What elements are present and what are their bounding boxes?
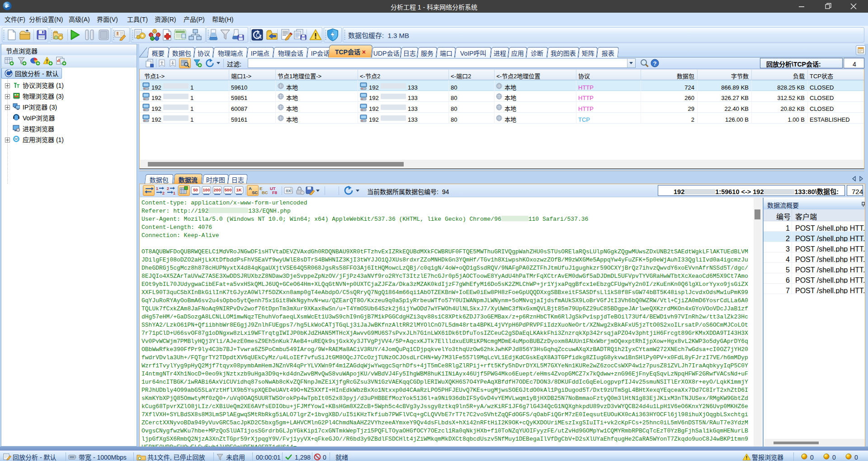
svg-text:BC: BC [262, 190, 268, 195]
svg-text:1K: 1K [236, 187, 241, 192]
svg-text:1: 1 [173, 191, 175, 195]
svg-text:F8: F8 [272, 190, 277, 195]
svg-text:0X: 0X [286, 188, 291, 193]
svg-text:A: A [249, 186, 252, 191]
svg-text:2: 2 [167, 186, 169, 191]
svg-text:200: 200 [214, 187, 221, 192]
svg-text:?: ? [653, 60, 657, 67]
svg-text:1: 1 [156, 186, 158, 191]
svg-text:2: 2 [162, 191, 165, 195]
svg-text:50: 50 [193, 187, 198, 192]
svg-text:SC: SC [252, 190, 258, 195]
svg-text:500: 500 [225, 187, 232, 192]
svg-text:100: 100 [203, 187, 210, 192]
